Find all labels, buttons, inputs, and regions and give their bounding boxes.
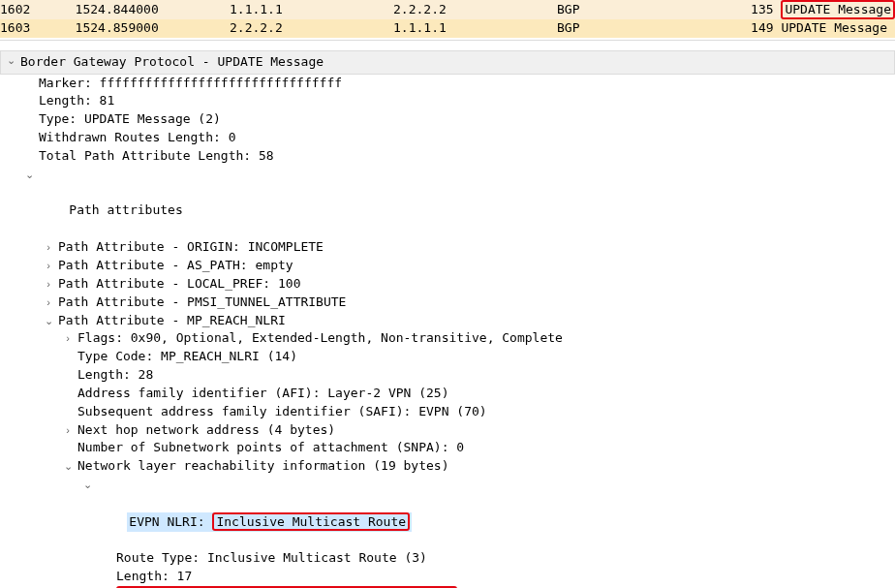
packet-details-pane[interactable]: ⌄ Border Gateway Protocol - UPDATE Messa… xyxy=(0,40,895,588)
evpn-length[interactable]: Length: 17 xyxy=(97,568,895,586)
packet-list[interactable]: 1602 1524.844000 1.1.1.1 2.2.2.2 BGP 135… xyxy=(0,0,895,38)
path-attributes[interactable]: ⌄ Path attributes xyxy=(19,166,895,238)
cell-dst: 1.1.1.1 xyxy=(393,19,557,38)
cell-time: 1524.859000 xyxy=(76,19,230,38)
chevron-down-icon[interactable]: ⌄ xyxy=(81,478,93,493)
field-length[interactable]: Length: 81 xyxy=(19,92,895,110)
chevron-right-icon[interactable]: › xyxy=(43,259,54,274)
cell-proto: BGP xyxy=(557,19,739,38)
cell-len: 135 xyxy=(739,0,774,19)
chevron-right-icon[interactable]: › xyxy=(43,295,54,311)
pa-localpref[interactable]: ›Path Attribute - LOCAL_PREF: 100 xyxy=(39,275,895,294)
field-tpal[interactable]: Total Path Attribute Length: 58 xyxy=(19,147,895,166)
pa-origin[interactable]: ›Path Attribute - ORIGIN: INCOMPLETE xyxy=(39,238,895,257)
field-marker[interactable]: Marker: ffffffffffffffffffffffffffffffff xyxy=(19,75,895,93)
chevron-down-icon[interactable]: ⌄ xyxy=(43,314,54,329)
chevron-right-icon[interactable]: › xyxy=(43,240,54,256)
pa-mpreach[interactable]: ⌄Path Attribute - MP_REACH_NLRI xyxy=(39,312,895,330)
mp-safi[interactable]: Subsequent address family identifier (SA… xyxy=(58,403,895,421)
chevron-right-icon[interactable]: › xyxy=(62,331,74,347)
mp-afi[interactable]: Address family identifier (AFI): Layer-2… xyxy=(58,385,895,403)
pa-pmsi[interactable]: ›Path Attribute - PMSI_TUNNEL_ATTRIBUTE xyxy=(39,294,895,312)
cell-info: UPDATE Message xyxy=(774,0,895,19)
info-highlight: UPDATE Message xyxy=(781,0,895,19)
mp-length[interactable]: Length: 28 xyxy=(58,366,895,385)
mp-flags[interactable]: ›Flags: 0x90, Optional, Extended-Length,… xyxy=(58,329,895,348)
mp-snpa[interactable]: Number of Subnetwork points of attachmen… xyxy=(58,439,895,457)
chevron-right-icon[interactable]: › xyxy=(43,277,54,293)
chevron-right-icon[interactable]: › xyxy=(62,423,74,439)
field-type[interactable]: Type: UPDATE Message (2) xyxy=(19,110,895,129)
chevron-down-icon[interactable]: ⌄ xyxy=(5,53,16,69)
bgp-header[interactable]: ⌄ Border Gateway Protocol - UPDATE Messa… xyxy=(0,50,895,75)
cell-proto: BGP xyxy=(557,0,739,19)
bgp-header-label: Border Gateway Protocol - UPDATE Message xyxy=(20,54,324,69)
cell-time: 1524.844000 xyxy=(76,0,230,19)
chevron-down-icon[interactable]: ⌄ xyxy=(62,459,74,475)
chevron-down-icon[interactable]: ⌄ xyxy=(23,168,35,183)
cell-no: 1603 xyxy=(0,19,76,38)
pa-aspath[interactable]: ›Path Attribute - AS_PATH: empty xyxy=(39,257,895,275)
cell-dst: 2.2.2.2 xyxy=(393,0,557,19)
evpn-routetype[interactable]: Route Type: Inclusive Multicast Route (3… xyxy=(97,549,895,568)
evpn-nlri[interactable]: ⌄ EVPN NLRI: Inclusive Multicast Route xyxy=(77,476,895,549)
cell-info: UPDATE Message xyxy=(774,19,895,38)
packet-row[interactable]: 1603 1524.859000 2.2.2.2 1.1.1.1 BGP 149… xyxy=(0,19,895,38)
evpn-nlri-highlight: Inclusive Multicast Route xyxy=(212,512,410,532)
cell-src: 1.1.1.1 xyxy=(230,0,393,19)
cell-no: 1602 xyxy=(0,0,76,19)
mp-typecode[interactable]: Type Code: MP_REACH_NLRI (14) xyxy=(58,348,895,366)
mp-nlri[interactable]: ⌄Network layer reachability information … xyxy=(58,457,895,476)
cell-len: 149 xyxy=(739,19,774,38)
cell-src: 2.2.2.2 xyxy=(230,19,393,38)
mp-nexthop[interactable]: ›Next hop network address (4 bytes) xyxy=(58,421,895,440)
packet-row[interactable]: 1602 1524.844000 1.1.1.1 2.2.2.2 BGP 135… xyxy=(0,0,895,19)
field-withdrawn[interactable]: Withdrawn Routes Length: 0 xyxy=(19,129,895,147)
evpn-nlri-prefix: EVPN NLRI: xyxy=(129,514,212,529)
